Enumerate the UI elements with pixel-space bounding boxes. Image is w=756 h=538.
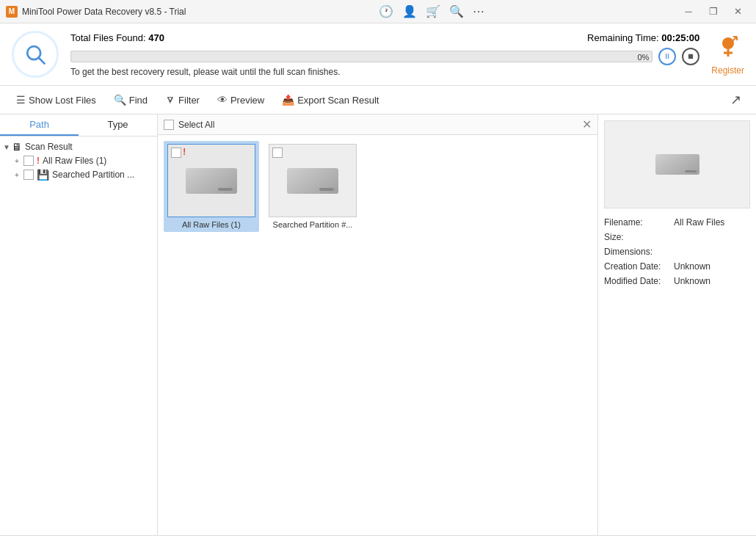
expand-partition-icon: +: [15, 171, 23, 179]
legend-bar: Legend: × Deleted File ? Lost File ! Raw…: [0, 535, 756, 538]
main-area: Path Type ▼ 🖥 Scan Result + ! All Raw Fi…: [0, 114, 756, 535]
dimensions-label: Dimensions:: [604, 247, 674, 257]
export-scan-button[interactable]: 📤 Export Scan Result: [275, 91, 386, 109]
searched-partition-label: Searched Partition ...: [52, 170, 134, 180]
find-icon: 🔍: [114, 94, 126, 106]
modified-date-value: Unknown: [674, 276, 750, 286]
meta-filename: Filename: All Raw Files: [604, 217, 750, 228]
file-thumb-partition: [269, 144, 357, 217]
content-close-icon[interactable]: ✕: [582, 117, 592, 131]
toolbar: ☰ Show Lost Files 🔍 Find ⛛ Filter 👁 Prev…: [0, 86, 756, 114]
progress-percent: 0%: [637, 51, 649, 63]
drive-image-raw: [186, 168, 237, 194]
more-icon[interactable]: ⋯: [473, 4, 484, 18]
search-icon[interactable]: 🔍: [449, 4, 464, 18]
minimize-button[interactable]: ─: [677, 3, 700, 21]
scan-icon: [12, 31, 59, 78]
file-thumb-raw: !: [167, 144, 255, 217]
tree-all-raw-files[interactable]: + ! All Raw Files (1): [12, 154, 157, 167]
find-button[interactable]: 🔍 Find: [106, 91, 155, 109]
pause-button[interactable]: ⏸: [658, 48, 676, 65]
show-lost-files-button[interactable]: ☰ Show Lost Files: [9, 91, 103, 109]
header-message: To get the best recovery result, please …: [70, 67, 699, 77]
file-checkbox-raw[interactable]: [171, 148, 181, 158]
header: Total Files Found: 470 Remaining Time: 0…: [0, 23, 756, 86]
modified-date-label: Modified Date:: [604, 276, 674, 286]
raw-checkbox[interactable]: [23, 156, 34, 166]
partition-folder-icon: 💾: [37, 169, 49, 181]
size-label: Size:: [604, 232, 674, 242]
meta-modified-date: Modified Date: Unknown: [604, 276, 750, 286]
register-button[interactable]: Register: [711, 33, 744, 76]
restore-button[interactable]: ❐: [702, 3, 725, 21]
expand-raw-icon: +: [15, 157, 23, 165]
creation-date-label: Creation Date:: [604, 261, 674, 272]
size-value: [674, 232, 750, 242]
app-title: MiniTool Power Data Recovery v8.5 - Tria…: [22, 7, 186, 17]
lost-files-icon: ☰: [16, 94, 26, 106]
preview-box: [604, 120, 750, 208]
file-grid: ! All Raw Files (1) Searched Partition #…: [158, 135, 597, 535]
tree-area: ▼ 🖥 Scan Result + ! All Raw Files (1) + …: [0, 137, 157, 535]
filter-icon: ⛛: [165, 94, 175, 106]
share-icon[interactable]: ↗: [724, 89, 747, 111]
file-label-partition: Searched Partition #...: [273, 220, 353, 229]
close-button[interactable]: ✕: [727, 3, 750, 21]
preview-icon: 👁: [217, 94, 228, 106]
svg-line-1: [39, 58, 45, 64]
all-raw-files-label: All Raw Files (1): [43, 156, 106, 166]
content-header: Select All ✕: [158, 114, 597, 135]
export-icon: 📤: [282, 94, 294, 106]
partition-checkbox[interactable]: [23, 170, 34, 180]
title-bar: M MiniTool Power Data Recovery v8.5 - Tr…: [0, 0, 756, 23]
user-icon[interactable]: 👤: [402, 4, 417, 18]
progress-row: 0% ⏸ ⏹: [70, 48, 699, 65]
meta-size: Size:: [604, 232, 750, 242]
tab-type[interactable]: Type: [79, 114, 157, 136]
tree-searched-partition[interactable]: + 💾 Searched Partition ...: [12, 167, 157, 182]
raw-warning-icon: !: [37, 156, 40, 166]
svg-point-2: [722, 37, 734, 49]
dimensions-value: [674, 247, 750, 257]
file-item-raw[interactable]: ! All Raw Files (1): [164, 141, 259, 232]
progress-bar: 0%: [70, 51, 653, 62]
title-bar-left: M MiniTool Power Data Recovery v8.5 - Tr…: [6, 6, 186, 18]
left-panel: Path Type ▼ 🖥 Scan Result + ! All Raw Fi…: [0, 114, 158, 535]
file-label-raw: All Raw Files (1): [182, 220, 241, 229]
raw-warn-icon: !: [183, 146, 186, 157]
tree-scan-result[interactable]: ▼ 🖥 Scan Result: [0, 139, 157, 154]
drive-image-partition: [287, 168, 338, 194]
app-icon: M: [6, 6, 18, 18]
total-files-label: Total Files Found: 470: [70, 32, 164, 43]
select-all-checkbox[interactable]: [164, 120, 174, 130]
register-label: Register: [711, 65, 744, 76]
cart-icon[interactable]: 🛒: [426, 4, 440, 18]
filename-label: Filename:: [604, 217, 674, 228]
content-panel: Select All ✕ ! All Raw Files (1) Searche…: [158, 114, 598, 535]
scan-result-label: Scan Result: [25, 142, 73, 152]
window-controls: ─ ❐ ✕: [677, 3, 750, 21]
clock-icon[interactable]: 🕐: [379, 4, 393, 18]
expand-icon: ▼: [3, 143, 12, 151]
tab-path[interactable]: Path: [0, 114, 79, 136]
right-panel: Filename: All Raw Files Size: Dimensions…: [598, 114, 756, 535]
title-bar-icons: 🕐 👤 🛒 🔍 ⋯: [379, 4, 484, 18]
tabs-row: Path Type: [0, 114, 157, 137]
creation-date-value: Unknown: [674, 261, 750, 272]
select-all-label: Select All: [178, 120, 214, 130]
header-info: Total Files Found: 470 Remaining Time: 0…: [70, 32, 699, 77]
stop-button[interactable]: ⏹: [682, 48, 699, 65]
filter-button[interactable]: ⛛ Filter: [158, 91, 207, 109]
filename-value: All Raw Files: [674, 217, 750, 228]
meta-creation-date: Creation Date: Unknown: [604, 261, 750, 272]
preview-button[interactable]: 👁 Preview: [210, 91, 272, 109]
tree-children: + ! All Raw Files (1) + 💾 Searched Parti…: [0, 154, 157, 182]
remaining-time-label: Remaining Time: 00:25:00: [587, 32, 699, 43]
meta-dimensions: Dimensions:: [604, 247, 750, 257]
folder-icon: 🖥: [12, 141, 22, 153]
header-stats: Total Files Found: 470 Remaining Time: 0…: [70, 32, 699, 43]
file-item-partition[interactable]: Searched Partition #...: [265, 141, 360, 232]
file-checkbox-partition[interactable]: [272, 148, 283, 158]
preview-drive-image: [655, 154, 699, 175]
